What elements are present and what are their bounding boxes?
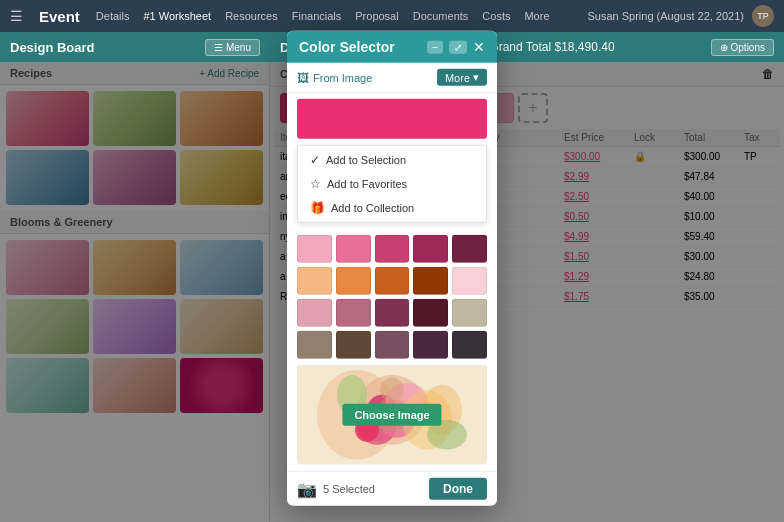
add-to-favorites-item[interactable]: ☆ Add to Favorites [298,172,486,196]
nav-details[interactable]: Details [96,10,130,22]
nav-more[interactable]: More [524,10,549,22]
nav-financials[interactable]: Financials [292,10,342,22]
grand-total: Grand Total $18,490.40 [489,40,614,54]
modal-footer: 📷 5 Selected Done [287,471,497,506]
modal-tabs: 🖼 From Image More ▾ [287,63,497,93]
add-to-collection-label: Add to Collection [331,202,414,214]
color-swatch[interactable] [375,235,410,263]
main-content: Recipes + Add Recipe Blooms & Greenery [0,62,784,522]
nav-proposal[interactable]: Proposal [355,10,398,22]
modal-minimize-button[interactable]: − [427,40,443,53]
color-selector-modal: Color Selector − ⤢ ✕ 🖼 From Image More ▾ [287,31,497,506]
color-swatch[interactable] [413,331,448,359]
color-swatch[interactable] [413,235,448,263]
more-label: More [445,71,470,83]
modal-title: Color Selector [299,39,395,55]
add-to-selection-label: Add to Selection [326,154,406,166]
footer-left: 📷 5 Selected [297,479,375,498]
image-icon: 🖼 [297,70,309,84]
modal-header: Color Selector − ⤢ ✕ [287,31,497,63]
image-preview-area: Choose Image [287,365,497,471]
color-swatch[interactable] [336,235,371,263]
color-swatch[interactable] [452,331,487,359]
flower-image: Choose Image [297,365,487,465]
add-to-selection-item[interactable]: ✓ Add to Selection [298,148,486,172]
modal-close-button[interactable]: ✕ [473,40,485,54]
color-swatch[interactable] [297,235,332,263]
chevron-down-icon: ▾ [473,71,479,84]
color-swatch[interactable] [452,299,487,327]
nav-user: Susan Spring (August 22, 2021) [587,10,744,22]
nav-items: Details #1 Worksheet Resources Financial… [96,10,550,22]
modal-expand-button[interactable]: ⤢ [449,40,467,53]
nav-worksheet[interactable]: #1 Worksheet [143,10,211,22]
app-brand: Event [39,8,80,25]
color-swatch[interactable] [413,267,448,295]
color-swatch[interactable] [297,299,332,327]
from-image-tab[interactable]: 🖼 From Image [297,70,372,84]
nav-documents[interactable]: Documents [413,10,469,22]
sub-nav-left: Design Board ☰ Menu [0,32,270,62]
nav-costs[interactable]: Costs [482,10,510,22]
action-menu: ✓ Add to Selection ☆ Add to Favorites 🎁 … [297,145,487,223]
color-swatch[interactable] [297,331,332,359]
top-nav: ☰ Event Details #1 Worksheet Resources F… [0,0,784,32]
color-preview-swatch[interactable] [297,99,487,139]
color-swatch[interactable] [336,267,371,295]
checkmark-icon: ✓ [310,153,320,167]
color-swatch[interactable] [452,267,487,295]
color-swatch[interactable] [297,267,332,295]
color-swatch[interactable] [375,299,410,327]
design-board-title: Design Board [10,40,95,55]
color-swatch[interactable] [336,331,371,359]
color-swatch[interactable] [375,267,410,295]
star-icon: ☆ [310,177,321,191]
preview-area: ✓ Add to Selection ☆ Add to Favorites 🎁 … [287,93,497,229]
options-button[interactable]: ⊕ Options [711,39,774,56]
nav-resources[interactable]: Resources [225,10,278,22]
color-swatches-grid [287,229,497,365]
color-swatch[interactable] [336,299,371,327]
nav-right: Susan Spring (August 22, 2021) TP [587,5,774,27]
from-image-label: From Image [313,71,372,83]
modal-controls: − ⤢ ✕ [427,40,485,54]
avatar: TP [752,5,774,27]
svg-point-13 [380,378,404,402]
add-to-collection-item[interactable]: 🎁 Add to Collection [298,196,486,220]
done-button[interactable]: Done [429,478,487,500]
color-swatch[interactable] [375,331,410,359]
camera-icon[interactable]: 📷 [297,479,317,498]
menu-button[interactable]: ☰ Menu [205,39,260,56]
hamburger-icon[interactable]: ☰ [10,8,23,24]
more-dropdown-button[interactable]: More ▾ [437,69,487,86]
color-swatch[interactable] [413,299,448,327]
choose-image-button[interactable]: Choose Image [342,404,441,426]
gift-icon: 🎁 [310,201,325,215]
color-swatch[interactable] [452,235,487,263]
selected-count: 5 Selected [323,483,375,495]
add-to-favorites-label: Add to Favorites [327,178,407,190]
